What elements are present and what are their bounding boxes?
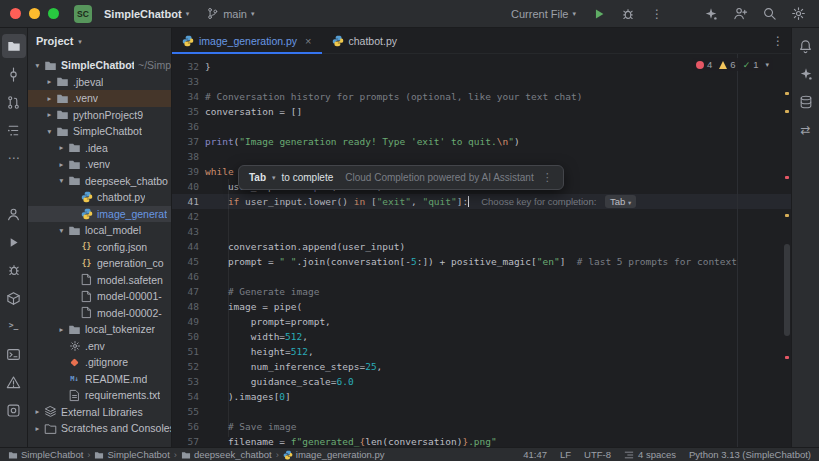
endpoints-toolwindow-button[interactable]: ⇄ (794, 118, 818, 142)
editor-tabs-menu-button[interactable]: ⋮ (765, 28, 791, 53)
tree-item-local-model[interactable]: ▾local_model (28, 222, 171, 239)
run-button[interactable] (588, 3, 610, 25)
code-line-43[interactable]: 43 (172, 224, 791, 239)
chevron-down-icon[interactable]: ▾ (44, 127, 55, 136)
code-line-54[interactable]: 54 ).images[0] (172, 389, 791, 404)
tree-item-venv[interactable]: ▸.venv (28, 90, 171, 107)
project-panel-header[interactable]: Project ▾ (28, 28, 171, 54)
code-line-55[interactable]: 55 (172, 404, 791, 419)
run-toolwindow-button[interactable] (2, 230, 26, 254)
chevron-right-icon[interactable]: ▸ (44, 94, 55, 103)
code-line-53[interactable]: 53 guidance_scale=6.0 (172, 374, 791, 389)
tree-item-simplechatbot[interactable]: ▾SimpleChatbot~/Simp (28, 57, 171, 74)
tree-item-pythonproject9[interactable]: ▸pythonProject9 (28, 107, 171, 124)
code-line-52[interactable]: 52 num_inference_steps=25, (172, 359, 791, 374)
code-line-57[interactable]: 57 filename = f"generated_{len(conversat… (172, 434, 791, 447)
tree-item-image-generat[interactable]: image_generat (28, 206, 171, 223)
code-line-48[interactable]: 48 image = pipe( (172, 299, 791, 314)
tree-item-model-safeten[interactable]: model.safeten (28, 272, 171, 289)
chevron-right-icon[interactable]: ▸ (44, 77, 55, 86)
project-toolwindow-button[interactable] (2, 34, 26, 58)
python-interpreter[interactable]: Python 3.13 (SimpleChatbot) (689, 449, 811, 460)
tree-item-idea[interactable]: ▸.idea (28, 140, 171, 157)
tree-item-external-libraries[interactable]: ▸External Libraries (28, 404, 171, 421)
more-run-actions-button[interactable]: ⋮ (646, 3, 668, 25)
breadcrumb-item-simplechatbot[interactable]: SimpleChatbot (8, 449, 83, 460)
close-window-button[interactable] (10, 8, 21, 19)
code-line-45[interactable]: 45 prompt = " ".join(conversation[-5:]) … (172, 254, 791, 269)
chevron-right-icon[interactable]: ▸ (56, 143, 67, 152)
tree-item-model-00001[interactable]: model-00001- (28, 288, 171, 305)
close-tab-icon[interactable]: × (305, 35, 311, 47)
code-line-35[interactable]: 35conversation = [] (172, 104, 791, 119)
chevron-right-icon[interactable]: ▸ (44, 110, 55, 119)
breadcrumb-item-deepseek-chatbot[interactable]: deepseek_chatbot (181, 449, 272, 460)
tree-item-requirements-txt[interactable]: requirements.txt (28, 387, 171, 404)
tree-item-deepseek-chatbo[interactable]: ▾deepseek_chatbo (28, 173, 171, 190)
code-line-47[interactable]: 47 # Generate image (172, 284, 791, 299)
breadcrumb-item-image-generation-py[interactable]: image_generation.py (283, 449, 385, 460)
tree-item-chatbot-py[interactable]: chatbot.py (28, 189, 171, 206)
code-line-49[interactable]: 49 prompt=prompt, (172, 314, 791, 329)
run-configuration-selector[interactable]: Current File ▾ (506, 5, 581, 23)
chevron-down-icon[interactable]: ▾ (32, 61, 43, 70)
chevron-down-icon[interactable]: ▾ (56, 226, 67, 235)
tree-item-gitignore[interactable]: .gitignore (28, 354, 171, 371)
tab-image-generation-py[interactable]: image_generation.py× (172, 28, 322, 53)
chevron-right-icon[interactable]: ▸ (32, 424, 43, 433)
python-console-toolwindow-button[interactable]: >_ (2, 314, 26, 338)
minimize-window-button[interactable] (29, 8, 40, 19)
code-line-51[interactable]: 51 height=512, (172, 344, 791, 359)
services-toolwindow-button[interactable] (2, 398, 26, 422)
more-toolwindows-button[interactable]: ⋯ (2, 146, 26, 170)
commit-toolwindow-button[interactable] (2, 62, 26, 86)
structure-toolwindow-button[interactable] (2, 118, 26, 142)
database-toolwindow-button[interactable] (794, 90, 818, 114)
code-line-46[interactable]: 46 (172, 269, 791, 284)
file-encoding[interactable]: UTF-8 (584, 449, 611, 460)
code-line-56[interactable]: 56 # Save image (172, 419, 791, 434)
project-selector[interactable]: SimpleChatbot ▾ (99, 5, 194, 23)
tree-item-model-00002[interactable]: model-00002- (28, 305, 171, 322)
tree-item-env[interactable]: .env (28, 338, 171, 355)
chevron-down-icon[interactable]: ▾ (56, 176, 67, 185)
ai-assistant-button[interactable] (700, 3, 722, 25)
account-button[interactable] (2, 202, 26, 226)
tree-item-jbeval[interactable]: ▸.jbeval (28, 74, 171, 91)
pull-requests-toolwindow-button[interactable] (2, 90, 26, 114)
completion-key-selector[interactable]: Tab ▾ (605, 195, 636, 208)
tree-item-scratches-and-consoles[interactable]: ▸Scratches and Consoles (28, 420, 171, 437)
branch-selector[interactable]: main ▾ (201, 4, 259, 23)
debug-toolwindow-button[interactable] (2, 258, 26, 282)
notifications-button[interactable] (794, 34, 818, 58)
chevron-right-icon[interactable]: ▸ (32, 407, 43, 416)
chevron-right-icon[interactable]: ▸ (56, 325, 67, 334)
ai-assistant-toolwindow-button[interactable] (794, 62, 818, 86)
chevron-right-icon[interactable]: ▸ (56, 160, 67, 169)
breadcrumb-item-simplechatbot[interactable]: SimpleChatbot (94, 449, 169, 460)
terminal-toolwindow-button[interactable] (2, 342, 26, 366)
code-line-36[interactable]: 36 (172, 119, 791, 134)
inspections-widget[interactable]: 4 6 ✓ 1 ▾ (692, 58, 773, 71)
indent-style[interactable]: 4 spaces (624, 449, 676, 460)
code-line-42[interactable]: 42 (172, 209, 791, 224)
code-line-38[interactable]: 38 (172, 149, 791, 164)
debug-button[interactable] (617, 3, 639, 25)
python-packages-toolwindow-button[interactable] (2, 286, 26, 310)
tree-item-local-tokenizer[interactable]: ▸local_tokenizer (28, 321, 171, 338)
code-line-37[interactable]: 37print("Image generation ready! Type 'e… (172, 134, 791, 149)
caret-position[interactable]: 41:47 (523, 449, 547, 460)
code-with-me-button[interactable] (729, 3, 751, 25)
problems-toolwindow-button[interactable] (2, 370, 26, 394)
code-line-44[interactable]: 44 conversation.append(user_input) (172, 239, 791, 254)
popup-key-selector[interactable]: Tab (249, 172, 266, 183)
tree-item-simplechatbot[interactable]: ▾SimpleChatbot (28, 123, 171, 140)
code-line-34[interactable]: 34# Conversation history for prompts (op… (172, 89, 791, 104)
tree-item-readme-md[interactable]: M↓README.md (28, 371, 171, 388)
code-line-33[interactable]: 33 (172, 74, 791, 89)
line-separator[interactable]: LF (560, 449, 571, 460)
code-line-41[interactable]: 41 if user_input.lower() in ["exit", "qu… (172, 194, 791, 209)
settings-button[interactable] (787, 3, 809, 25)
code-line-50[interactable]: 50 width=512, (172, 329, 791, 344)
fullscreen-window-button[interactable] (48, 8, 59, 19)
